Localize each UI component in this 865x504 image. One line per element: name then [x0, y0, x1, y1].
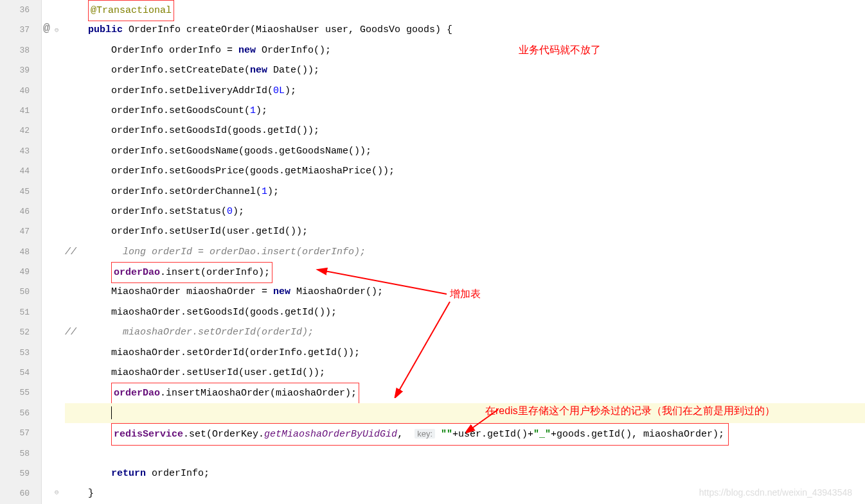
line-number: 42 [0, 121, 30, 141]
watermark-text: https://blog.csdn.net/weixin_43943548 [699, 487, 852, 498]
line-number: 44 [0, 161, 30, 181]
fold-end-icon[interactable]: ⊖ [55, 488, 59, 496]
code-line[interactable] [65, 444, 865, 464]
text-caret [111, 406, 112, 419]
code-line[interactable]: orderDao.insertMiaoshaOrder(miaoshaOrder… [65, 383, 865, 403]
code-line[interactable]: miaoshaOrder.setOrderId(orderInfo.getId(… [65, 343, 865, 363]
line-number: 52 [0, 322, 30, 342]
line-number: 41 [0, 101, 30, 121]
annotation-note-3: 在redis里存储这个用户秒杀过的记录（我们在之前是用到过的） [485, 404, 775, 418]
line-number-gutter: 36 37 38 39 40 41 42 43 44 45 46 47 48 4… [0, 0, 42, 504]
line-number: 51 [0, 302, 30, 322]
code-editor[interactable]: @Transactional public OrderInfo createOr… [61, 0, 865, 504]
line-number: 47 [0, 222, 30, 241]
line-number: 57 [0, 423, 30, 443]
code-line[interactable]: // long orderId = orderDao.insert(orderI… [65, 242, 865, 262]
code-line[interactable]: orderInfo.setOrderChannel(1); [65, 182, 865, 202]
line-number: 43 [0, 141, 30, 161]
line-number: 56 [0, 403, 30, 423]
line-number: 36 [0, 0, 30, 20]
line-number: 59 [0, 464, 30, 483]
code-line[interactable]: miaoshaOrder.setUserId(user.getId()); [65, 363, 865, 383]
code-line[interactable]: orderInfo.setGoodsPrice(goods.getMiaosha… [65, 161, 865, 181]
line-number: 54 [0, 363, 30, 383]
code-line[interactable]: redisService.set(OrderKey.getMiaoshaOrde… [65, 423, 865, 443]
line-number: 37 [0, 20, 30, 40]
line-number: 58 [0, 444, 30, 464]
line-number: 39 [0, 60, 30, 80]
annotation-note-1: 业务代码就不放了 [519, 44, 601, 57]
line-number: 48 [0, 242, 30, 262]
line-number: 49 [0, 262, 30, 282]
fold-icon[interactable]: ⊖ [55, 26, 59, 34]
code-line[interactable]: orderDao.insert(orderInfo); [65, 262, 865, 282]
line-number: 45 [0, 182, 30, 202]
line-number: 60 [0, 483, 30, 503]
code-line[interactable]: orderInfo.setStatus(0); [65, 202, 865, 222]
line-number: 46 [0, 202, 30, 222]
annotation-note-2: 增加表 [450, 288, 481, 301]
line-number: 53 [0, 343, 30, 363]
code-line[interactable]: orderInfo.setDeliveryAddrId(0L); [65, 81, 865, 101]
line-number: 40 [0, 81, 30, 101]
code-line[interactable]: @Transactional [65, 0, 865, 20]
code-line[interactable]: orderInfo.setGoodsId(goods.getId()); [65, 121, 865, 141]
code-line[interactable]: orderInfo.setGoodsCount(1); [65, 101, 865, 121]
code-line[interactable]: orderInfo.setCreateDate(new Date()); [65, 60, 865, 80]
code-line[interactable]: orderInfo.setUserId(user.getId()); [65, 222, 865, 241]
code-line[interactable]: public OrderInfo createOrder(MiaoshaUser… [65, 20, 865, 40]
line-number: 55 [0, 383, 30, 403]
code-line[interactable]: // miaoshaOrder.setOrderId(orderId); [65, 322, 865, 342]
line-number: 50 [0, 282, 30, 302]
at-marker-icon: @ [43, 22, 50, 35]
code-line[interactable]: return orderInfo; [65, 464, 865, 483]
code-line[interactable]: miaoshaOrder.setGoodsId(goods.getId()); [65, 302, 865, 322]
line-number: 38 [0, 40, 30, 60]
code-line[interactable]: orderInfo.setGoodsName(goods.getGoodsNam… [65, 141, 865, 161]
code-line[interactable]: OrderInfo orderInfo = new OrderInfo(); [65, 40, 865, 60]
marker-column: @ ⊖ ⊖ [42, 0, 61, 504]
